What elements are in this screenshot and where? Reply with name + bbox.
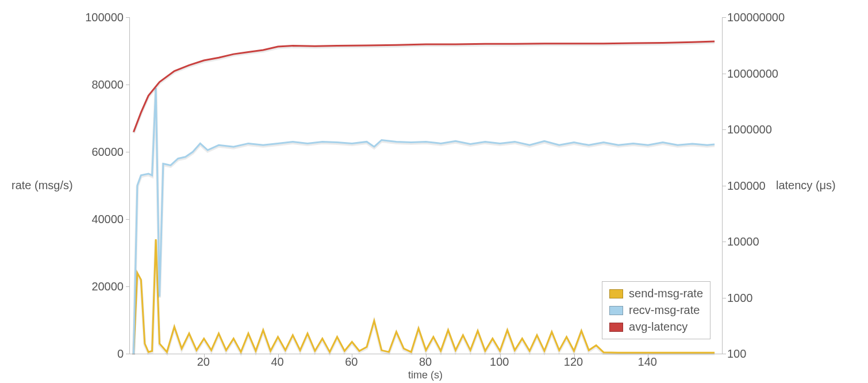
- y-left-tick-label: 60000: [91, 145, 124, 159]
- y-left-axis-labels: 020000400006000080000100000: [0, 17, 124, 354]
- plot-area: send-msg-rate recv-msg-rate avg-latency: [129, 17, 723, 354]
- legend-label-latency: avg-latency: [629, 320, 688, 334]
- y-right-tick-label: 100000: [727, 179, 766, 192]
- y-right-tick-label: 1000000: [727, 123, 772, 136]
- legend: send-msg-rate recv-msg-rate avg-latency: [602, 281, 710, 339]
- x-axis-title: time (s): [129, 369, 721, 381]
- y-right-tick-label: 1000: [727, 291, 753, 304]
- y-right-tick-label: 10000: [727, 235, 759, 248]
- legend-item-recv: recv-msg-rate: [608, 302, 704, 319]
- y-left-tick-label: 40000: [91, 213, 124, 226]
- legend-swatch-send: [609, 289, 623, 298]
- series-line-avg-latency: [133, 41, 715, 132]
- series-shadow-avg-latency: [133, 43, 715, 133]
- y-left-tick-label: 0: [117, 347, 124, 361]
- x-tick-label: 40: [271, 355, 283, 369]
- legend-item-latency: avg-latency: [608, 319, 704, 335]
- y-right-tick-label: 10000000: [727, 67, 778, 80]
- y-left-tick-label: 80000: [91, 78, 124, 91]
- y-left-tick-label: 100000: [85, 11, 124, 24]
- x-tick-label: 20: [197, 355, 210, 369]
- y-left-tick-label: 20000: [91, 280, 124, 293]
- x-axis-labels: 20406080100120140: [129, 355, 721, 369]
- legend-item-send: send-msg-rate: [608, 285, 704, 302]
- legend-label-recv: recv-msg-rate: [629, 304, 700, 317]
- y-right-axis-title-text: latency (μs): [776, 179, 836, 192]
- y-right-tick-label: 100: [727, 347, 746, 361]
- legend-swatch-recv: [609, 306, 623, 315]
- x-axis-title-text: time (s): [408, 369, 443, 381]
- x-tick-label: 100: [490, 355, 509, 369]
- legend-swatch-latency: [609, 323, 623, 332]
- chart-container: rate (msg/s) 020000400006000080000100000…: [0, 0, 868, 383]
- x-tick-label: 60: [345, 355, 358, 369]
- y-right-axis-title: latency (μs): [776, 17, 868, 354]
- legend-label-send: send-msg-rate: [629, 287, 703, 300]
- x-tick-label: 120: [564, 355, 583, 369]
- x-tick-label: 140: [638, 355, 657, 369]
- x-tick-label: 80: [419, 355, 432, 369]
